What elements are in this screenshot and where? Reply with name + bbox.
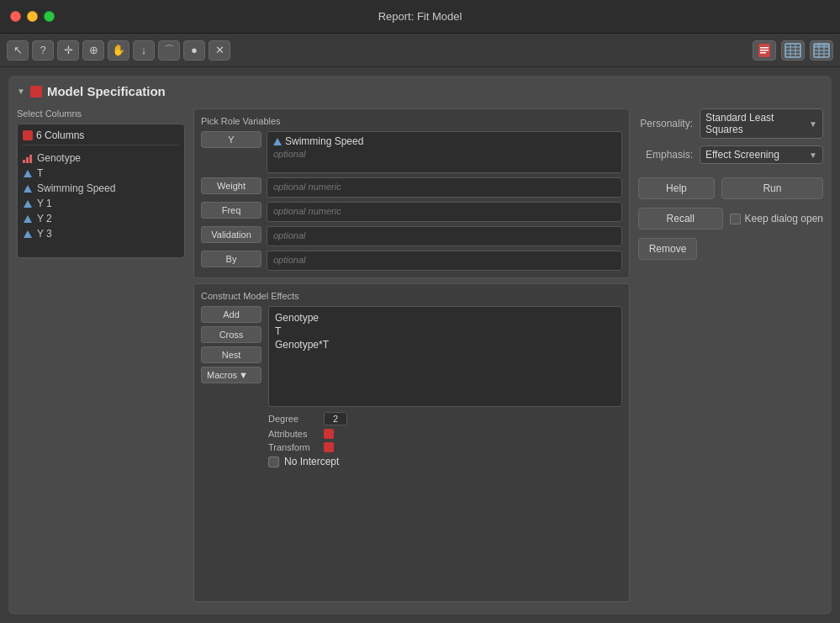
role-row-validation: Validation optional	[201, 226, 622, 246]
columns-header: 6 Columns	[23, 129, 179, 145]
keep-dialog-row: Keep dialog open	[730, 213, 823, 224]
personality-select[interactable]: Standard Least Squares ▼	[700, 108, 823, 139]
degree-label: Degree	[268, 414, 319, 424]
continuous-icon	[23, 198, 33, 209]
titlebar: Report: Fit Model	[0, 0, 840, 34]
columns-count: 6 Columns	[36, 129, 84, 141]
add-effect-button[interactable]: Add	[201, 306, 262, 323]
macros-label: Macros	[207, 370, 237, 380]
continuous-icon	[23, 183, 33, 193]
freq-placeholder: optional numeric	[273, 206, 341, 216]
weight-role-button[interactable]: Weight	[201, 177, 262, 194]
help-button[interactable]: Help	[638, 177, 715, 199]
list-item: Y 2	[23, 211, 179, 226]
maximize-button[interactable]	[44, 11, 55, 22]
svg-rect-3	[760, 52, 766, 54]
svg-rect-1	[760, 47, 769, 49]
table2-icon-button[interactable]	[810, 40, 833, 61]
crosshair-tool-button[interactable]: ✛	[57, 40, 79, 61]
table1-icon-button[interactable]	[781, 40, 805, 61]
personality-section: Personality: Standard Least Squares ▼ Em…	[638, 108, 823, 164]
recall-button[interactable]: Recall	[638, 208, 723, 230]
action-buttons: Help Run	[638, 177, 823, 199]
freq-role-field[interactable]: optional numeric	[267, 202, 622, 222]
role-section: Pick Role Variables Y Swimming Speed opt…	[193, 108, 630, 278]
effects-list[interactable]: Genotype T Genotype*T	[268, 306, 622, 407]
toolbar-right	[753, 40, 833, 61]
remove-button[interactable]: Remove	[638, 238, 697, 260]
effect-item: T	[275, 325, 615, 338]
main-content: ▼ Model Specification Select Columns 6 C…	[8, 76, 832, 615]
attributes-checkbox[interactable]	[324, 429, 334, 439]
column-name: Y 2	[37, 213, 52, 224]
toolbar: ↖ ? ✛ ⊕ ✋ ↓ ⌒ ● ✕	[0, 34, 840, 67]
hand-tool-button[interactable]: ✋	[108, 40, 129, 61]
brush-tool-button[interactable]: ↓	[133, 40, 155, 61]
list-item: Swimming Speed	[23, 181, 179, 196]
middle-panel: Pick Role Variables Y Swimming Speed opt…	[193, 108, 630, 602]
columns-box: 6 Columns Genotype	[17, 124, 185, 258]
keep-dialog-label: Keep dialog open	[745, 213, 823, 224]
column-name: T	[37, 167, 43, 179]
by-placeholder: optional	[273, 255, 306, 265]
role-rows: Y Swimming Speed optional Weight	[201, 131, 622, 271]
list-item: Y 1	[23, 196, 179, 211]
validation-role-field[interactable]: optional	[267, 226, 622, 246]
weight-placeholder: optional numeric	[273, 182, 341, 192]
minimize-button[interactable]	[27, 11, 38, 22]
all-columns-checkbox[interactable]	[23, 130, 33, 140]
degree-row: Degree 2	[268, 412, 622, 425]
emphasis-label: Emphasis:	[638, 149, 693, 161]
role-row-weight: Weight optional numeric	[201, 177, 622, 198]
bar-chart-icon	[23, 153, 33, 163]
degree-value[interactable]: 2	[324, 412, 347, 425]
help-tool-button[interactable]: ?	[32, 40, 54, 61]
y-var-item: Swimming Speed	[273, 135, 615, 147]
move-tool-button[interactable]: ⊕	[82, 40, 104, 61]
content-area: Select Columns 6 Columns Genotype	[17, 108, 823, 602]
weight-role-field[interactable]: optional numeric	[267, 177, 622, 198]
role-row-by: By optional	[201, 251, 622, 271]
column-name: Genotype	[37, 152, 81, 164]
by-role-button[interactable]: By	[201, 251, 262, 267]
lasso-tool-button[interactable]: ⌒	[158, 40, 180, 61]
emphasis-row: Emphasis: Effect Screening ▼	[638, 145, 823, 164]
validation-role-button[interactable]: Validation	[201, 226, 262, 243]
arrow-tool-button[interactable]: ↖	[7, 40, 29, 61]
emphasis-value: Effect Screening	[705, 149, 779, 161]
role-row-y: Y Swimming Speed optional	[201, 131, 622, 173]
transform-row: Transform	[268, 442, 622, 452]
toolbar-left: ↖ ? ✛ ⊕ ✋ ↓ ⌒ ● ✕	[7, 40, 230, 61]
continuous-icon	[23, 214, 33, 224]
no-intercept-checkbox[interactable]	[268, 457, 279, 467]
keep-dialog-checkbox[interactable]	[730, 214, 741, 224]
select-columns-label: Select Columns	[17, 108, 185, 119]
right-panel: Personality: Standard Least Squares ▼ Em…	[638, 108, 823, 602]
close-button[interactable]	[10, 11, 21, 22]
nest-effect-button[interactable]: Nest	[201, 346, 262, 363]
y-role-field[interactable]: Swimming Speed optional	[267, 131, 622, 173]
list-item: Y 3	[23, 226, 179, 241]
freq-role-button[interactable]: Freq	[201, 202, 262, 219]
transform-checkbox[interactable]	[324, 442, 334, 452]
role-row-freq: Freq optional numeric	[201, 202, 622, 222]
report-icon-button[interactable]	[753, 40, 776, 61]
cross-effect-button[interactable]: Cross	[201, 326, 262, 343]
macros-button[interactable]: Macros ▼	[201, 367, 262, 383]
dot-tool-button[interactable]: ●	[183, 40, 205, 61]
window-title: Report: Fit Model	[378, 10, 462, 23]
cross-tool-button[interactable]: ✕	[209, 40, 230, 61]
column-name: Swimming Speed	[37, 182, 115, 194]
y-role-button[interactable]: Y	[201, 131, 262, 148]
emphasis-select[interactable]: Effect Screening ▼	[700, 145, 823, 164]
personality-arrow-icon: ▼	[809, 119, 817, 129]
section-toggle[interactable]: ▼	[17, 87, 25, 96]
y-placeholder: optional	[273, 149, 615, 159]
recall-row: Recall Keep dialog open	[638, 208, 823, 230]
section-title: Model Specification	[47, 84, 166, 98]
list-item: T	[23, 166, 179, 181]
by-role-field[interactable]: optional	[267, 251, 622, 271]
attributes-row: Attributes	[268, 429, 622, 439]
personality-value: Standard Least Squares	[705, 112, 809, 135]
run-button[interactable]: Run	[721, 177, 823, 199]
